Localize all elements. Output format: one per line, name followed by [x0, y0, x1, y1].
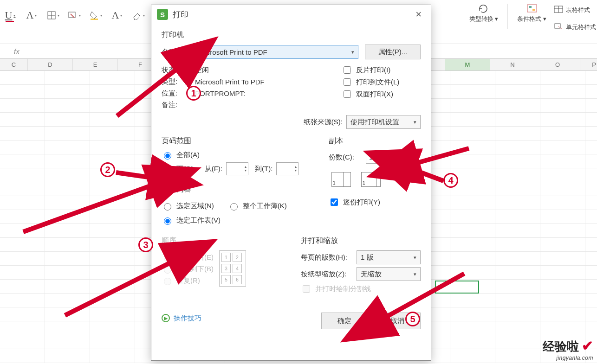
- svg-line-17: [411, 148, 469, 165]
- svg-line-12: [117, 65, 182, 116]
- svg-line-15: [65, 260, 176, 315]
- annotation-marker-1: 1: [186, 86, 201, 101]
- annotation-marker-5: 5: [405, 312, 420, 326]
- annotation-arrows: [0, 0, 597, 364]
- svg-line-14: [23, 183, 158, 232]
- annotation-marker-4: 4: [443, 173, 458, 188]
- annotation-marker-2: 2: [100, 162, 115, 177]
- watermark: 经验啦✔ jingyanla.com: [543, 338, 593, 361]
- svg-line-13: [116, 172, 158, 179]
- annotation-marker-3: 3: [138, 237, 153, 252]
- svg-line-16: [406, 167, 443, 181]
- svg-line-18: [381, 274, 464, 320]
